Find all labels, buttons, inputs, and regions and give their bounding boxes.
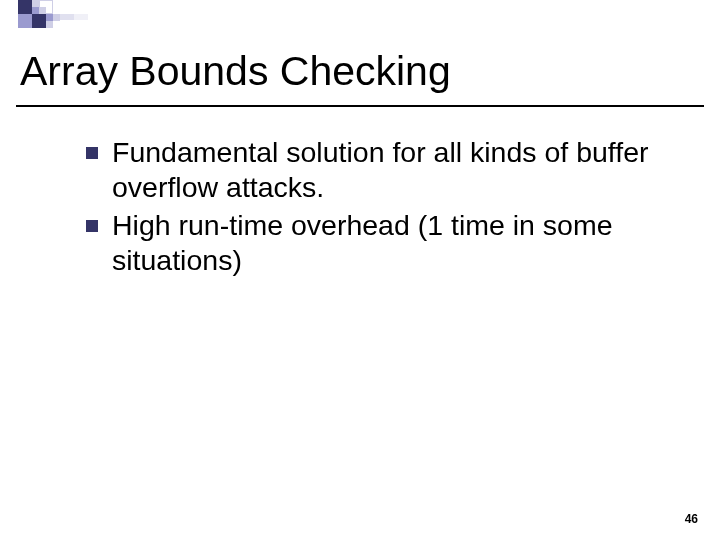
decorative-squares: [18, 0, 128, 30]
list-item: High run-time overhead (1 time in some s…: [86, 208, 690, 279]
slide-title: Array Bounds Checking: [20, 48, 700, 103]
bullet-icon: [86, 220, 98, 232]
page-number: 46: [685, 512, 698, 526]
bullet-text: High run-time overhead (1 time in some s…: [112, 208, 690, 279]
title-underline: [16, 105, 704, 107]
bullet-text: Fundamental solution for all kinds of bu…: [112, 135, 690, 206]
bullet-icon: [86, 147, 98, 159]
list-item: Fundamental solution for all kinds of bu…: [86, 135, 690, 206]
slide-body: Fundamental solution for all kinds of bu…: [86, 135, 690, 280]
